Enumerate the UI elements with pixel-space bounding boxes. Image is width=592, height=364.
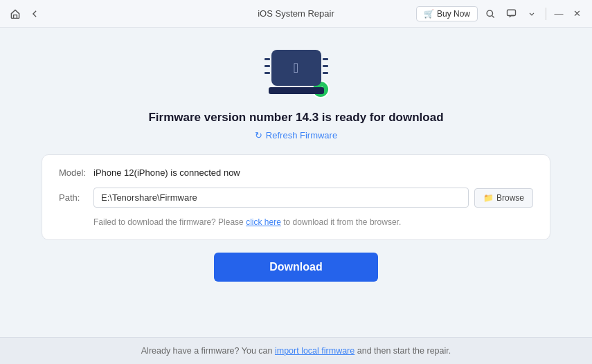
minimize-button[interactable]: — [552, 7, 566, 21]
firmware-title: Firmware version number 14.3 is ready fo… [148, 111, 443, 125]
refresh-firmware-link[interactable]: ↻ Refresh Firmware [255, 130, 337, 140]
back-icon[interactable] [28, 7, 42, 21]
chip-leg [264, 65, 270, 67]
path-row: Path: 📁 Browse [59, 188, 533, 208]
chip-leg [323, 65, 328, 67]
chevron-down-icon[interactable] [523, 6, 540, 22]
titlebar-separator [546, 8, 546, 20]
app-title: iOS System Repair [258, 8, 334, 19]
browse-button[interactable]: 📁 Browse [474, 188, 533, 208]
svg-point-0 [487, 10, 492, 16]
footer: Already have a firmware? You can import … [0, 337, 592, 364]
chip-leg [264, 72, 270, 74]
chip-leg [264, 58, 270, 60]
titlebar: iOS System Repair 🛒 Buy Now — ✕ [0, 0, 592, 28]
chip-leg [323, 72, 328, 74]
titlebar-right: 🛒 Buy Now — ✕ [416, 6, 584, 22]
path-label: Path: [59, 192, 93, 203]
chat-icon[interactable] [503, 6, 519, 22]
download-button[interactable]: Download [214, 253, 377, 282]
main-content:  ✓ Firmware version number 14.3 is read… [0, 28, 592, 337]
model-label: Model: [59, 167, 93, 178]
close-button[interactable]: ✕ [570, 7, 584, 21]
cart-icon: 🛒 [424, 9, 434, 19]
refresh-icon: ↻ [255, 130, 262, 140]
error-row: Failed to download the firmware? Please … [59, 217, 533, 227]
chip-leg [323, 58, 328, 60]
model-value: iPhone 12(iPhone) is connected now [93, 167, 240, 178]
firmware-card: Model: iPhone 12(iPhone) is connected no… [42, 154, 550, 240]
home-icon[interactable] [8, 7, 22, 21]
svg-rect-1 [507, 10, 515, 15]
error-text: Failed to download the firmware? Please … [93, 217, 401, 227]
search-icon[interactable] [482, 6, 499, 22]
import-local-firmware-link[interactable]: import local firmware [275, 346, 355, 356]
folder-icon: 📁 [483, 193, 494, 203]
click-here-link[interactable]: click here [246, 217, 281, 227]
titlebar-left [8, 7, 42, 21]
firmware-icon:  ✓ [262, 44, 331, 100]
buy-now-button[interactable]: 🛒 Buy Now [416, 6, 478, 21]
path-input[interactable] [93, 188, 469, 208]
model-row: Model: iPhone 12(iPhone) is connected no… [59, 167, 533, 178]
path-input-row: 📁 Browse [93, 188, 533, 208]
